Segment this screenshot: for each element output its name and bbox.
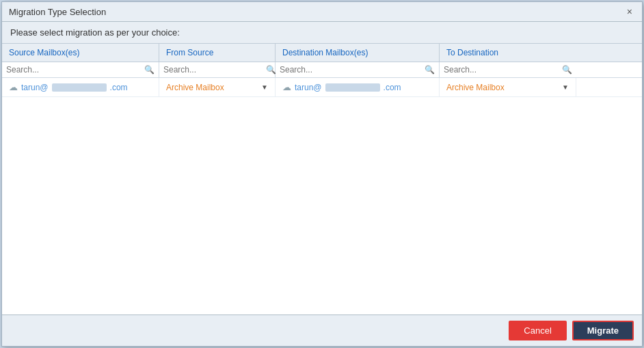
dest-email-redacted bbox=[325, 83, 380, 92]
subtitle-text: Please select migration as per your choi… bbox=[10, 27, 180, 38]
mailbox-icon-source: ☁ bbox=[9, 82, 18, 92]
from-source-dropdown-icon[interactable]: ▼ bbox=[261, 83, 268, 91]
search-row: 🔍 🔍 🔍 🔍 bbox=[2, 62, 642, 78]
search-input-to[interactable] bbox=[444, 65, 562, 75]
migration-dialog: Migration Type Selection × Please select… bbox=[1, 1, 643, 347]
from-source-value: Archive Mailbox bbox=[166, 83, 224, 92]
search-cell-to: 🔍 bbox=[440, 62, 576, 77]
col-header-from: From Source bbox=[159, 44, 276, 62]
mailbox-icon-dest: ☁ bbox=[282, 82, 291, 92]
col-header-to: To Destination bbox=[440, 44, 576, 62]
col-header-source: Source Mailbox(es) bbox=[2, 44, 159, 62]
from-source-cell: Archive Mailbox ▼ bbox=[159, 78, 276, 96]
to-destination-dropdown-icon[interactable]: ▼ bbox=[562, 83, 569, 91]
search-input-source[interactable] bbox=[6, 65, 144, 75]
search-icon-to[interactable]: 🔍 bbox=[562, 65, 572, 75]
source-email-suffix: .com bbox=[110, 83, 128, 92]
dest-mailbox-cell: ☁ tarun@ .com bbox=[276, 78, 440, 96]
col-header-destination: Destination Mailbox(es) bbox=[276, 44, 440, 62]
search-input-from[interactable] bbox=[163, 65, 266, 75]
to-destination-value: Archive Mailbox bbox=[446, 83, 505, 92]
search-cell-dest: 🔍 bbox=[276, 62, 440, 77]
search-icon-source[interactable]: 🔍 bbox=[144, 65, 155, 75]
dest-email-suffix: .com bbox=[384, 83, 401, 92]
footer: Cancel Migrate bbox=[2, 314, 642, 346]
subtitle-bar: Please select migration as per your choi… bbox=[2, 22, 642, 44]
search-icon-from[interactable]: 🔍 bbox=[266, 65, 276, 75]
empty-area bbox=[2, 97, 642, 314]
dialog-title: Migration Type Selection bbox=[9, 7, 106, 17]
search-cell-from: 🔍 bbox=[159, 62, 276, 77]
cancel-button[interactable]: Cancel bbox=[509, 321, 566, 340]
source-email-prefix: tarun@ bbox=[21, 83, 49, 92]
to-destination-cell: Archive Mailbox ▼ bbox=[440, 78, 576, 96]
close-button[interactable]: × bbox=[624, 6, 635, 17]
search-icon-dest[interactable]: 🔍 bbox=[425, 65, 435, 75]
search-cell-source: 🔍 bbox=[2, 62, 159, 77]
source-email-redacted bbox=[52, 83, 107, 92]
title-bar: Migration Type Selection × bbox=[2, 2, 642, 22]
content-area: Source Mailbox(es) From Source Destinati… bbox=[2, 44, 642, 314]
table-row: ☁ tarun@ .com Archive Mailbox ▼ ☁ tarun@… bbox=[2, 78, 642, 97]
search-input-dest[interactable] bbox=[280, 65, 425, 75]
source-mailbox-cell: ☁ tarun@ .com bbox=[2, 78, 159, 96]
migrate-button[interactable]: Migrate bbox=[572, 321, 634, 340]
table-header: Source Mailbox(es) From Source Destinati… bbox=[2, 44, 642, 62]
dest-email-prefix: tarun@ bbox=[295, 83, 322, 92]
